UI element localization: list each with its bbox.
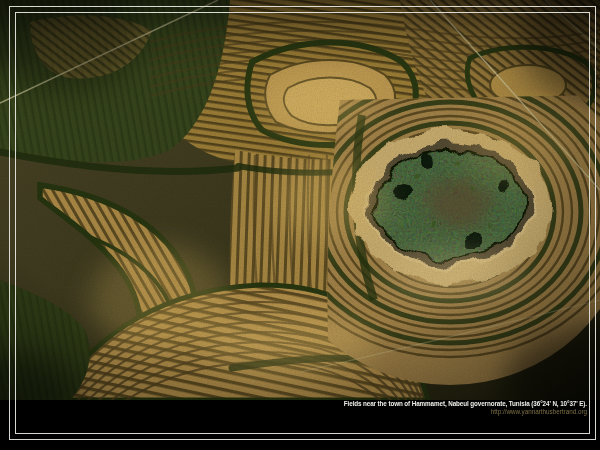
- aerial-photograph: [0, 0, 600, 400]
- caption-location-text: Fields near the town of Hammamet, Nabeul…: [344, 401, 587, 408]
- wallpaper-screen: Fields near the town of Hammamet, Nabeul…: [0, 0, 600, 450]
- photo-caption: Fields near the town of Hammamet, Nabeul…: [344, 401, 587, 415]
- caption-website-url: http://www.yannarthusbertrand.org: [344, 409, 587, 416]
- aerial-photo-art: [0, 0, 600, 400]
